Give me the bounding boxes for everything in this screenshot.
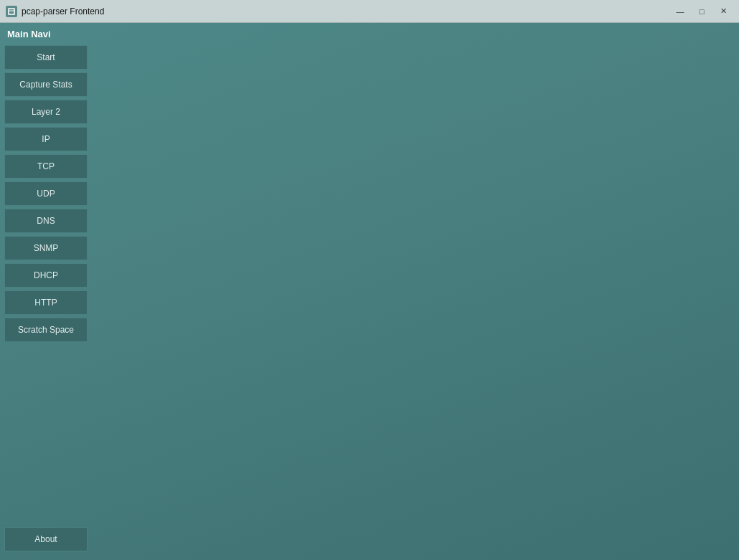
title-bar-left: pcap-parser Frontend [6, 6, 104, 17]
nav-button-tcp[interactable]: TCP [4, 154, 88, 179]
maximize-button[interactable]: □ [692, 4, 712, 19]
main-content: Main Navi StartCapture StatsLayer 2IPTCP… [0, 23, 739, 560]
nav-button-ip[interactable]: IP [4, 127, 88, 151]
sidebar-bottom: About [4, 527, 89, 554]
nav-button-capture-stats[interactable]: Capture Stats [4, 72, 88, 97]
sidebar-heading: Main Navi [4, 29, 89, 39]
title-bar: pcap-parser Frontend — □ ✕ [0, 0, 739, 23]
close-button[interactable]: ✕ [713, 4, 733, 19]
main-panel [93, 23, 739, 560]
window-title: pcap-parser Frontend [22, 6, 104, 16]
sidebar: Main Navi StartCapture StatsLayer 2IPTCP… [0, 23, 93, 560]
nav-button-start[interactable]: Start [4, 45, 88, 70]
window-controls: — □ ✕ [670, 4, 733, 19]
minimize-button[interactable]: — [670, 4, 690, 19]
svg-rect-0 [9, 9, 14, 14]
nav-button-about[interactable]: About [4, 527, 88, 551]
app-icon [6, 6, 17, 17]
nav-button-http[interactable]: HTTP [4, 290, 88, 315]
nav-button-udp[interactable]: UDP [4, 181, 88, 206]
nav-button-dhcp[interactable]: DHCP [4, 263, 88, 288]
nav-button-snmp[interactable]: SNMP [4, 236, 88, 260]
nav-button-layer2[interactable]: Layer 2 [4, 100, 88, 124]
nav-button-scratch-space[interactable]: Scratch Space [4, 318, 88, 342]
nav-button-dns[interactable]: DNS [4, 209, 88, 233]
nav-buttons: StartCapture StatsLayer 2IPTCPUDPDNSSNMP… [4, 45, 89, 527]
